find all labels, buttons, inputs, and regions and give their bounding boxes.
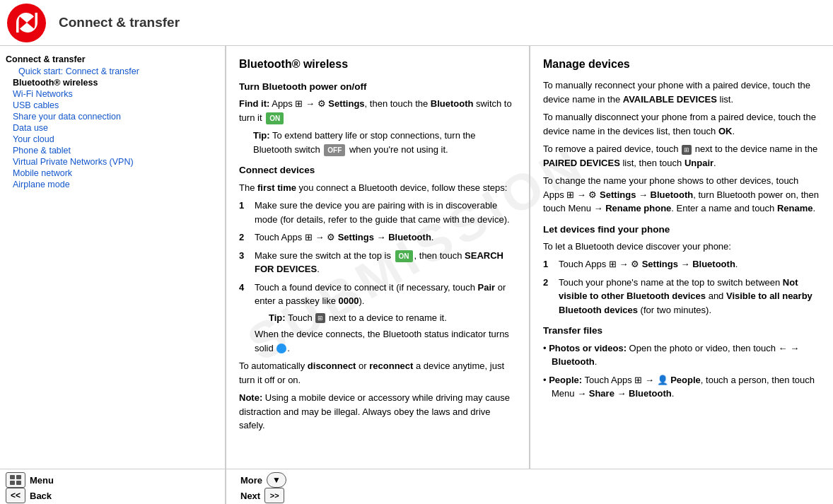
- manage-text4: To change the name your phone shows to o…: [543, 174, 820, 216]
- step4-note: When the device connects, the Bluetooth …: [255, 327, 516, 355]
- next-button[interactable]: Next >>: [240, 488, 833, 503]
- svg-rect-2: [10, 481, 15, 485]
- sidebar-section-title: Connect & transfer: [6, 54, 225, 64]
- manage-text2: To manually disconnect your phone from a…: [543, 110, 820, 138]
- middle-section-title: Bluetooth® wireless: [239, 56, 516, 73]
- note-text: Note: Using a mobile device or accessory…: [239, 391, 516, 433]
- more-button[interactable]: More ▼: [240, 472, 833, 488]
- sidebar-item-bluetooth[interactable]: Bluetooth® wireless: [6, 77, 225, 88]
- footer: Menu << Back More ▼ Next >>: [0, 469, 833, 504]
- back-button[interactable]: << Back: [6, 488, 219, 503]
- menu-label: Menu: [30, 475, 54, 486]
- auto-text: To automatically disconnect or reconnect…: [239, 359, 516, 387]
- subsection-connect: Connect devices: [239, 163, 516, 177]
- next-icon: >>: [264, 488, 284, 503]
- let-step-2: 2 Touch your phone's name at the top to …: [543, 276, 820, 317]
- sidebar-item-your-cloud[interactable]: Your cloud: [6, 134, 225, 145]
- sidebar-item-wifi[interactable]: Wi-Fi Networks: [6, 88, 225, 100]
- off-badge: OFF: [324, 144, 345, 156]
- sidebar-item-data-use[interactable]: Data use: [6, 122, 225, 134]
- transfer-people: People: Touch Apps ⊞ → 👤 People, touch a…: [543, 373, 820, 401]
- main-layout: Connect & transfer Quick start: Connect …: [0, 46, 833, 469]
- let-devices-title: Let devices find your phone: [543, 223, 820, 237]
- back-icon: <<: [6, 488, 25, 503]
- right-section-title: Manage devices: [543, 56, 820, 73]
- subsection-turn-bt: Turn Bluetooth power on/off: [239, 80, 516, 94]
- sidebar-item-airplane[interactable]: Airplane mode: [6, 179, 225, 190]
- let-devices-intro: To let a Bluetooth device discover your …: [543, 240, 820, 254]
- more-icon: ▼: [267, 472, 286, 488]
- sidebar: Connect & transfer Quick start: Connect …: [0, 46, 226, 469]
- sidebar-item-phone-tablet[interactable]: Phone & tablet: [6, 145, 225, 156]
- step-3: 3 Make sure the switch at the top is ON,…: [239, 249, 516, 276]
- sidebar-item-mobile-network[interactable]: Mobile network: [6, 168, 225, 179]
- sidebar-item-vpn[interactable]: Virtual Private Networks (VPN): [6, 156, 225, 168]
- content-area: Bluetooth® wireless Turn Bluetooth power…: [226, 46, 833, 469]
- manage-text1: To manually reconnect your phone with a …: [543, 78, 820, 106]
- transfer-photos: Photos or videos: Open the photo or vide…: [543, 341, 820, 369]
- transfer-list: Photos or videos: Open the photo or vide…: [543, 341, 820, 401]
- connect-intro: The first time you connect a Bluetooth d…: [239, 181, 516, 195]
- sidebar-item-share-data[interactable]: Share your data connection: [6, 111, 225, 122]
- let-steps-list: 1 Touch Apps ⊞ → ⚙ Settings → Bluetooth.…: [543, 257, 820, 317]
- step-2: 2 Touch Apps ⊞ → ⚙ Settings → Bluetooth.: [239, 230, 516, 245]
- find-it-label: Find it:: [239, 98, 269, 109]
- rename-icon: ⊞: [315, 313, 325, 323]
- sidebar-item-quickstart[interactable]: Quick start: Connect & transfer: [6, 66, 225, 77]
- transfer-title: Transfer files: [543, 324, 820, 338]
- step-4: 4 Touch a found device to connect it (if…: [239, 281, 516, 356]
- back-label: Back: [30, 491, 52, 501]
- svg-rect-1: [16, 475, 21, 479]
- bt-solid-icon: [276, 344, 286, 353]
- sidebar-item-usb[interactable]: USB cables: [6, 100, 225, 111]
- manage-icon: ⊞: [682, 145, 692, 155]
- find-it-text: Find it: Apps ⊞ → ⚙ Settings, then touch…: [239, 97, 516, 124]
- steps-list: 1 Make sure the device you are pairing w…: [239, 199, 516, 355]
- motorola-logo: [7, 4, 46, 42]
- step4-tip: Tip: Touch ⊞ next to a device to rename …: [269, 311, 516, 325]
- menu-button[interactable]: Menu: [6, 472, 219, 488]
- right-column: Manage devices To manually reconnect you…: [530, 46, 833, 469]
- middle-column: Bluetooth® wireless Turn Bluetooth power…: [226, 46, 530, 469]
- header: Connect & transfer: [0, 0, 833, 46]
- tip1: Tip: To extend battery life or stop conn…: [253, 129, 516, 156]
- footer-right: More ▼ Next >>: [226, 469, 833, 504]
- on-badge-step3: ON: [395, 250, 413, 262]
- footer-left: Menu << Back: [0, 469, 226, 504]
- svg-rect-3: [16, 481, 21, 485]
- svg-rect-0: [10, 475, 15, 479]
- next-label: Next: [240, 491, 260, 501]
- manage-text3: To remove a paired device, touch ⊞ next …: [543, 142, 820, 170]
- page-title: Connect & transfer: [59, 15, 180, 30]
- let-step-1: 1 Touch Apps ⊞ → ⚙ Settings → Bluetooth.: [543, 257, 820, 271]
- step-1: 1 Make sure the device you are pairing w…: [239, 199, 516, 226]
- on-badge: ON: [266, 112, 284, 124]
- more-label: More: [240, 475, 262, 486]
- menu-icon: [6, 472, 25, 488]
